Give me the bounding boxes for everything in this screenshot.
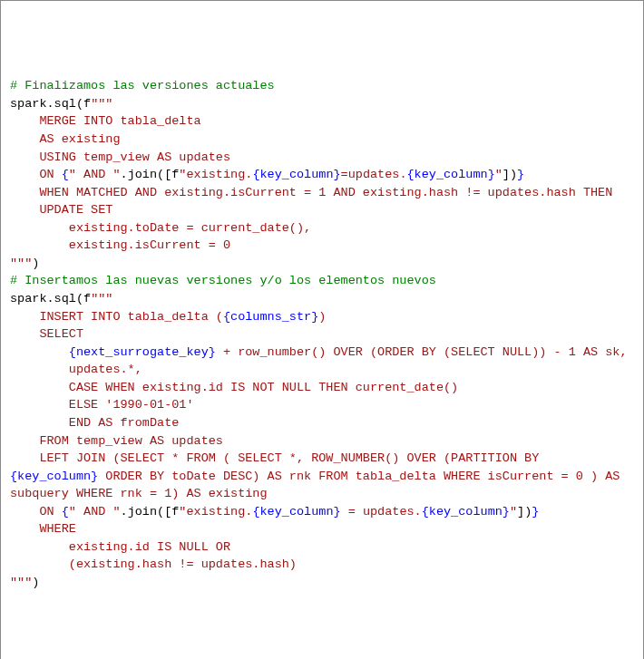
string: =updates. <box>341 168 407 181</box>
code-text: .join([f <box>121 168 180 181</box>
sql-text: ELSE '1990-01-01' <box>10 398 201 412</box>
placeholder: {key_column} <box>407 168 495 181</box>
brace: { <box>62 168 69 181</box>
paren: ) <box>32 257 39 270</box>
sql-text: + row_number() OVER (ORDER BY (SELECT NU… <box>216 345 628 359</box>
placeholder: {key_column} <box>422 505 510 518</box>
sql-text: SELECT <box>10 327 91 341</box>
sql-text: END AS fromDate <box>10 416 179 430</box>
sql-text: ORDER BY toDate DESC) AS rnk FROM tabla_… <box>10 470 628 501</box>
string-close: """ <box>10 257 32 270</box>
sql-text: ) <box>318 310 326 324</box>
string: "existing. <box>179 505 252 518</box>
sql-text: FROM temp_view AS updates <box>10 434 223 448</box>
code-block: # Finalizamos las versiones actualesspar… <box>10 77 634 591</box>
sql-text: CASE WHEN existing.id IS NOT NULL THEN c… <box>10 381 465 394</box>
string: " AND " <box>69 168 121 181</box>
code-text: spark.sql(f <box>10 97 91 111</box>
string: " <box>510 505 517 518</box>
placeholder: {columns_str} <box>223 310 318 324</box>
code-text: .join([f <box>121 505 180 518</box>
sql-text: AS existing <box>10 132 121 146</box>
sql-text: ON <box>10 168 62 181</box>
placeholder: {key_column} <box>10 470 98 483</box>
sql-text: WHEN MATCHED AND existing.isCurrent = 1 … <box>10 186 612 199</box>
brace: } <box>532 505 539 518</box>
sql-text: updates.*, <box>10 363 142 376</box>
sql-text: USING temp_view AS updates <box>10 150 230 164</box>
sql-text: ON <box>10 505 62 518</box>
comment: # Insertamos las nuevas versiones y/o lo… <box>10 274 436 287</box>
paren: ) <box>32 576 39 589</box>
code-text: ]) <box>517 505 532 518</box>
string-open: """ <box>91 97 112 111</box>
sql-text: LEFT JOIN (SELECT * FROM ( SELECT *, ROW… <box>10 451 546 465</box>
sql-text <box>10 345 69 359</box>
string: " AND " <box>69 505 121 518</box>
sql-text: existing.isCurrent = 0 <box>10 238 230 252</box>
sql-text: UPDATE SET <box>10 203 112 217</box>
sql-text: existing.id IS NULL OR <box>10 540 230 554</box>
sql-text: INSERT INTO tabla_delta ( <box>10 310 223 324</box>
string: " <box>495 168 503 181</box>
code-text: spark.sql(f <box>10 292 91 305</box>
brace: { <box>62 505 69 518</box>
code-text: ]) <box>503 168 517 181</box>
sql-text: WHERE <box>10 522 83 536</box>
placeholder: {key_column} <box>252 505 340 518</box>
placeholder: {next_surrogate_key} <box>69 345 216 359</box>
comment: # Finalizamos las versiones actuales <box>10 79 275 92</box>
brace: } <box>517 168 524 181</box>
sql-text: MERGE INTO tabla_delta <box>10 114 209 128</box>
string: "existing. <box>179 168 252 181</box>
string-close: """ <box>10 576 32 589</box>
placeholder: {key_column} <box>252 168 340 181</box>
string: = updates. <box>341 505 422 518</box>
sql-text: existing.toDate = current_date(), <box>10 221 311 235</box>
string-open: """ <box>91 292 112 305</box>
sql-text: (existing.hash != updates.hash) <box>10 557 297 571</box>
